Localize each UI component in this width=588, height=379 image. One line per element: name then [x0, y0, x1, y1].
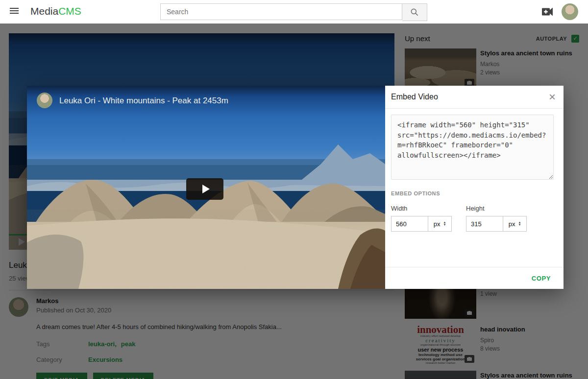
copy-button[interactable]: COPY — [532, 275, 551, 282]
logo-media-text: Media — [30, 5, 58, 17]
hamburger-menu-icon[interactable] — [10, 8, 19, 15]
user-avatar[interactable] — [562, 3, 578, 20]
video-preview-player[interactable]: Leuka Ori - White mountains - Peak at 24… — [27, 86, 385, 289]
close-icon[interactable]: × — [549, 91, 556, 103]
channel-avatar[interactable] — [37, 93, 52, 108]
unit-stepper-icon: ▲▼ — [518, 221, 521, 226]
play-icon — [202, 185, 210, 193]
unit-stepper-icon: ▲▼ — [443, 221, 446, 226]
embed-video-dialog: Embed Video × <iframe width="560" height… — [385, 86, 564, 289]
height-input[interactable] — [466, 216, 503, 232]
search-icon — [410, 7, 419, 17]
search-button[interactable] — [402, 3, 427, 21]
embed-code-textarea[interactable]: <iframe width="560" height="315" src="ht… — [391, 115, 554, 180]
play-button[interactable] — [186, 178, 223, 200]
unit-label: px — [434, 220, 441, 228]
dialog-title: Embed Video — [391, 93, 438, 101]
search-input[interactable] — [160, 3, 402, 20]
height-unit-select[interactable]: px ▲▼ — [503, 216, 527, 232]
width-unit-select[interactable]: px ▲▼ — [428, 216, 452, 232]
upload-video-icon[interactable] — [542, 6, 554, 17]
site-logo[interactable]: MediaCMS — [30, 5, 81, 17]
height-label: Height — [466, 205, 527, 212]
width-label: Width — [391, 205, 452, 212]
embed-options-label: EMBED OPTIONS — [391, 190, 558, 196]
search-bar — [160, 3, 427, 21]
top-navbar: MediaCMS — [0, 0, 588, 24]
player-title-overlay: Leuka Ori - White mountains - Peak at 24… — [59, 96, 228, 106]
embed-popup: Leuka Ori - White mountains - Peak at 24… — [27, 86, 564, 289]
unit-label: px — [509, 220, 515, 228]
mediacms-page: MediaCMS Leuka Ori - White mountains — [0, 0, 588, 379]
logo-cms-text: CMS — [58, 5, 81, 17]
width-input[interactable] — [391, 216, 428, 232]
